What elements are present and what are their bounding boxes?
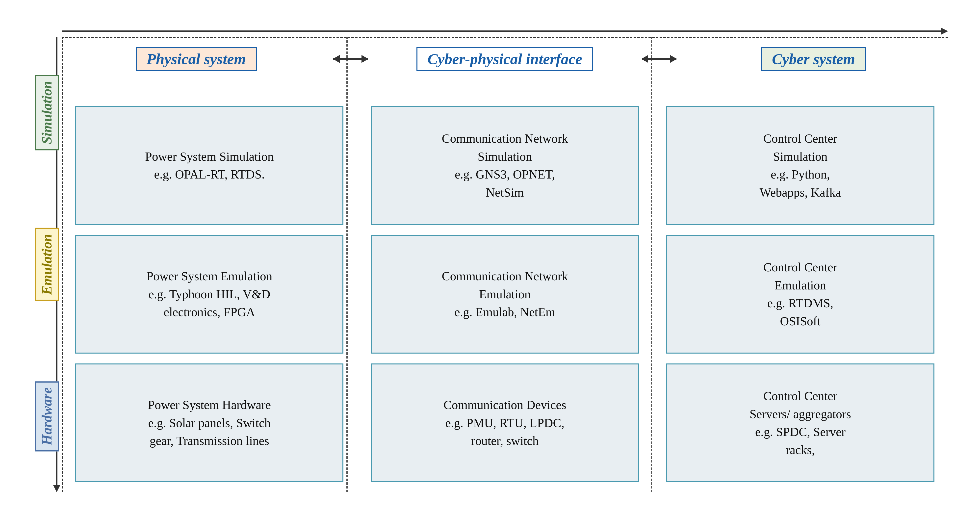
cyber-simulation-text: Control Center Simulation e.g. Python, W… xyxy=(760,129,841,201)
hardware-label: Hardware xyxy=(35,381,59,451)
cyber-physical-emulation-cell: Communication Network Emulation e.g. Emu… xyxy=(371,235,639,353)
physical-simulation-cell: Power System Simulation e.g. OPAL-RT, RT… xyxy=(75,106,344,225)
diagram-container: Simulation Emulation Hardware Physical s… xyxy=(32,22,948,492)
physical-emulation-text: Power System Emulation e.g. Typhoon HIL,… xyxy=(146,267,272,321)
cyber-system-header: Cyber system xyxy=(761,47,866,71)
simulation-row-label-box: Simulation xyxy=(32,37,62,188)
physical-simulation-text: Power System Simulation e.g. OPAL-RT, RT… xyxy=(145,148,274,183)
simulation-label: Simulation xyxy=(35,75,59,150)
cyber-emulation-cell: Control Center Emulation e.g. RTDMS, OSI… xyxy=(666,235,934,353)
cyber-hardware-text: Control Center Servers/ aggregators e.g.… xyxy=(750,387,851,459)
header-cyber-physical-col: Cyber-physical interface xyxy=(371,47,640,71)
bidir-arrow-2-icon xyxy=(642,58,676,60)
hardware-row-label-box: Hardware xyxy=(32,341,62,492)
header-physical-col: Physical system xyxy=(62,47,331,71)
physical-hardware-text: Power System Hardware e.g. Solar panels,… xyxy=(148,396,271,450)
row-labels-container: Simulation Emulation Hardware xyxy=(32,37,62,492)
header-arrow-2 xyxy=(639,58,679,60)
cyber-physical-simulation-text: Communication Network Simulation e.g. GN… xyxy=(442,129,568,201)
cyber-column: Control Center Simulation e.g. Python, W… xyxy=(653,96,948,492)
emulation-label: Emulation xyxy=(35,228,59,301)
physical-emulation-cell: Power System Emulation e.g. Typhoon HIL,… xyxy=(75,235,344,353)
header-section: Physical system Cyber-physical interface… xyxy=(62,22,948,96)
cyber-physical-header: Cyber-physical interface xyxy=(417,47,593,71)
cyber-physical-column: Communication Network Simulation e.g. GN… xyxy=(357,96,652,492)
cyber-hardware-cell: Control Center Servers/ aggregators e.g.… xyxy=(666,363,934,482)
cyber-simulation-cell: Control Center Simulation e.g. Python, W… xyxy=(666,106,934,225)
header-arrow-1 xyxy=(331,58,371,60)
cyber-physical-emulation-text: Communication Network Emulation e.g. Emu… xyxy=(442,267,568,321)
cyber-physical-hardware-text: Communication Devices e.g. PMU, RTU, LPD… xyxy=(444,396,566,450)
bidir-arrow-1-icon xyxy=(333,58,368,60)
cyber-physical-simulation-cell: Communication Network Simulation e.g. GN… xyxy=(371,106,639,225)
physical-system-header: Physical system xyxy=(136,47,257,71)
header-cyber-col: Cyber system xyxy=(679,47,948,71)
emulation-row-label-box: Emulation xyxy=(32,188,62,340)
cyber-emulation-text: Control Center Emulation e.g. RTDMS, OSI… xyxy=(764,258,837,330)
physical-column: Power System Simulation e.g. OPAL-RT, RT… xyxy=(62,96,357,492)
cyber-physical-hardware-cell: Communication Devices e.g. PMU, RTU, LPD… xyxy=(371,363,639,482)
physical-hardware-cell: Power System Hardware e.g. Solar panels,… xyxy=(75,363,344,482)
main-grid: Power System Simulation e.g. OPAL-RT, RT… xyxy=(62,96,948,492)
